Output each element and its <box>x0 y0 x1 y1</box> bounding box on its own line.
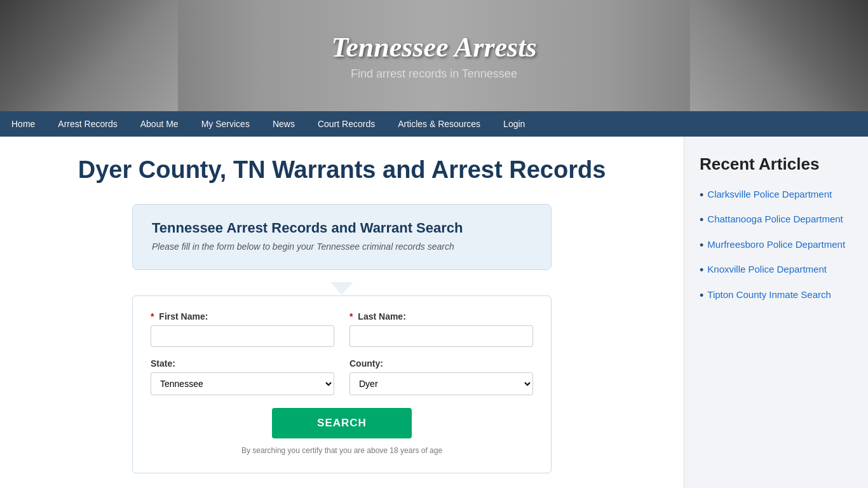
header-banner: Tennessee Arrests Find arrest records in… <box>0 0 868 111</box>
nav-my-services[interactable]: My Services <box>190 111 261 137</box>
form-group-first-name: * First Name: <box>151 311 334 347</box>
sidebar-link-clarksville[interactable]: Clarksville Police Department <box>707 188 832 201</box>
sidebar-articles-list: • Clarksville Police Department • Chatta… <box>700 188 853 303</box>
sidebar-title: Recent Articles <box>700 154 853 174</box>
list-item: • Murfreesboro Police Department <box>700 238 853 253</box>
header-text: Tennessee Arrests Find arrest records in… <box>178 31 690 81</box>
last-name-input[interactable] <box>349 325 533 347</box>
list-item: • Chattanooga Police Department <box>700 213 853 227</box>
sidebar-link-knoxville[interactable]: Knoxville Police Department <box>707 263 827 276</box>
search-form: * First Name: * Last Name: State: <box>132 295 552 473</box>
header-image-left <box>0 0 178 111</box>
bullet-icon: • <box>700 238 703 253</box>
form-group-state: State: Tennessee <box>151 358 334 395</box>
bullet-icon: • <box>700 263 703 278</box>
search-card-subtitle: Please fill in the form below to begin y… <box>152 241 532 252</box>
state-select[interactable]: Tennessee <box>151 372 334 395</box>
first-name-required: * <box>151 311 154 322</box>
page-title: Dyer County, TN Warrants and Arrest Reco… <box>25 156 658 185</box>
content-area: Dyer County, TN Warrants and Arrest Reco… <box>0 137 684 488</box>
first-name-label: * First Name: <box>151 311 334 322</box>
site-subtitle: Find arrest records in Tennessee <box>178 67 690 81</box>
list-item: • Knoxville Police Department <box>700 263 853 278</box>
nav-court-records[interactable]: Court Records <box>306 111 386 137</box>
list-item: • Tipton County Inmate Search <box>700 288 853 303</box>
first-name-input[interactable] <box>151 325 334 347</box>
form-row-names: * First Name: * Last Name: <box>151 311 533 347</box>
nav-home[interactable]: Home <box>0 111 46 137</box>
search-card-title: Tennessee Arrest Records and Warrant Sea… <box>152 220 532 236</box>
county-select[interactable]: Dyer <box>349 372 533 395</box>
main-nav: Home Arrest Records About Me My Services… <box>0 111 868 137</box>
bullet-icon: • <box>700 288 703 303</box>
sidebar-link-tipton[interactable]: Tipton County Inmate Search <box>707 288 831 301</box>
form-disclaimer: By searching you certify that you are ab… <box>151 446 533 455</box>
bullet-icon: • <box>700 213 703 227</box>
nav-login[interactable]: Login <box>492 111 536 137</box>
sidebar-link-chattanooga[interactable]: Chattanooga Police Department <box>707 213 843 226</box>
form-row-location: State: Tennessee County: Dyer <box>151 358 533 395</box>
nav-about-me[interactable]: About Me <box>129 111 190 137</box>
header-image-right <box>690 0 868 111</box>
search-card-header: Tennessee Arrest Records and Warrant Sea… <box>132 204 552 270</box>
form-group-county: County: Dyer <box>349 358 533 395</box>
search-button[interactable]: SEARCH <box>272 408 412 438</box>
last-name-required: * <box>349 311 353 322</box>
nav-articles-resources[interactable]: Articles & Resources <box>386 111 492 137</box>
bullet-icon: • <box>700 188 703 203</box>
nav-arrest-records[interactable]: Arrest Records <box>46 111 128 137</box>
nav-news[interactable]: News <box>261 111 306 137</box>
last-name-label: * Last Name: <box>349 311 533 322</box>
site-title: Tennessee Arrests <box>178 31 690 64</box>
form-group-last-name: * Last Name: <box>349 311 533 347</box>
county-label: County: <box>349 358 533 369</box>
main-layout: Dyer County, TN Warrants and Arrest Reco… <box>0 137 868 488</box>
sidebar-link-murfreesboro[interactable]: Murfreesboro Police Department <box>707 238 845 251</box>
search-card-arrow <box>330 282 353 295</box>
state-label: State: <box>151 358 334 369</box>
list-item: • Clarksville Police Department <box>700 188 853 203</box>
sidebar: Recent Articles • Clarksville Police Dep… <box>684 137 868 488</box>
